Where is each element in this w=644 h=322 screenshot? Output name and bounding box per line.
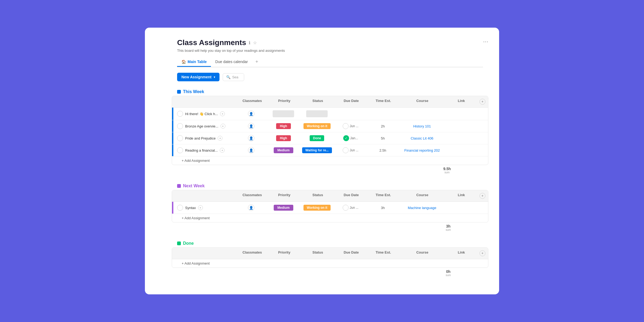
table-row: Hi there! 👋 Click h... + 👤 [172, 108, 488, 120]
cell-status[interactable]: Waiting for re... [299, 145, 334, 156]
cell-link [445, 205, 477, 210]
duedate-text: Jun ... [350, 148, 358, 152]
col-timeest-header: Time Est. [367, 190, 400, 202]
title-row: Class Assignments ℹ ☆ [177, 38, 483, 47]
cell-priority[interactable]: High [267, 133, 299, 144]
course-link[interactable]: Financial reporting 202 [404, 148, 440, 152]
cell-priority[interactable] [267, 108, 299, 120]
group-done: Done Classmates Priority Status Due Date… [172, 238, 488, 278]
add-row-label: + Add Assignment [182, 261, 210, 265]
add-column-button[interactable]: + [480, 250, 485, 256]
add-column-button[interactable]: + [480, 99, 485, 105]
toolbar: New Assignment ▼ 🔍 Sea [145, 67, 499, 87]
duedate-circle[interactable] [343, 147, 349, 153]
info-icon[interactable]: ℹ [249, 40, 250, 45]
sum-label: sum [446, 274, 451, 277]
group-next-week-dot [177, 184, 181, 188]
cell-name: Bronze Age overvie... + [173, 120, 235, 132]
table-row: Pride and Prejudice + 👤 High Done ✓ Jan [172, 132, 488, 144]
duedate-check[interactable]: ✓ [343, 135, 349, 141]
col-duedate-header: Due Date [335, 248, 367, 259]
add-assignment-this-week[interactable]: + Add Assignment [172, 156, 488, 165]
group-this-week-title: This Week [183, 89, 204, 94]
column-headers-done: Classmates Priority Status Due Date Time… [172, 248, 488, 259]
cell-priority[interactable]: Medium [267, 145, 299, 156]
home-icon: 🏠 [181, 60, 186, 64]
column-headers-this-week: Classmates Priority Status Due Date Time… [172, 96, 488, 108]
avatar: 👤 [248, 111, 254, 117]
add-subitem-icon[interactable]: + [218, 136, 222, 141]
group-this-week: This Week Classmates Priority Status Due… [172, 87, 488, 175]
col-link-header: Link [445, 96, 477, 107]
sum-value-text: 0h [446, 269, 450, 274]
cell-name: Pride and Prejudice + [173, 133, 235, 144]
cell-name: Syntax + [173, 202, 235, 213]
group-this-week-header: This Week [172, 87, 488, 96]
add-column-button[interactable]: + [480, 193, 485, 199]
col-add-header[interactable]: + [477, 96, 488, 107]
sum-label: sum [445, 171, 450, 174]
app-container: ⋯ Class Assignments ℹ ☆ This board will … [145, 28, 499, 294]
tab-due-dates[interactable]: Due dates calendar [211, 57, 252, 67]
add-subitem-icon[interactable]: + [221, 124, 225, 129]
timeest-text: 3h [381, 206, 385, 210]
add-subitem-icon[interactable]: + [220, 111, 225, 116]
tab-add-button[interactable]: + [252, 57, 262, 67]
course-link[interactable]: History 101 [413, 124, 431, 128]
col-priority-header: Priority [268, 190, 301, 202]
col-timeest-header: Time Est. [367, 248, 400, 259]
add-row-label: + Add Assignment [182, 216, 210, 220]
row-status-circle[interactable] [177, 123, 183, 129]
cell-priority[interactable]: High [267, 120, 299, 132]
cell-course[interactable]: History 101 [399, 122, 445, 131]
sum-label: sum [446, 228, 451, 231]
col-status-header: Status [300, 190, 335, 202]
cell-status[interactable]: Done [299, 133, 334, 144]
cell-status[interactable]: Working on it [299, 120, 334, 132]
add-subitem-icon[interactable]: + [220, 148, 225, 153]
cell-course[interactable]: Classic Lit 406 [399, 134, 445, 143]
cell-status[interactable] [299, 108, 334, 120]
sum-value-text: 9.5h [443, 167, 451, 171]
duedate-circle[interactable] [343, 205, 349, 211]
add-subitem-icon[interactable]: + [198, 205, 203, 210]
col-name-header [172, 190, 236, 202]
row-status-circle[interactable] [177, 205, 183, 211]
timeest-text: 5h [381, 136, 385, 140]
cell-link [445, 136, 477, 141]
duedate-circle[interactable] [343, 123, 349, 129]
col-course-header: Course [399, 96, 445, 107]
more-options-icon[interactable]: ⋯ [483, 38, 488, 45]
cell-course[interactable]: Financial reporting 202 [399, 146, 445, 155]
cell-classmates: 👤 [235, 144, 267, 156]
course-link[interactable]: Classic Lit 406 [411, 136, 434, 140]
group-this-week-table: Classmates Priority Status Due Date Time… [172, 96, 488, 165]
tab-main-table[interactable]: 🏠 Main Table [177, 57, 211, 67]
col-add-header[interactable]: + [477, 248, 488, 259]
add-assignment-next-week[interactable]: + Add Assignment [172, 214, 488, 222]
row-status-circle[interactable] [177, 111, 183, 117]
duedate-text: Jun ... [350, 124, 358, 128]
add-assignment-done[interactable]: + Add Assignment [172, 259, 488, 268]
status-badge: Working on it [303, 205, 330, 211]
col-course-header: Course [399, 248, 445, 259]
col-add-header[interactable]: + [477, 190, 488, 202]
cell-status[interactable]: Working on it [299, 202, 334, 213]
cell-priority[interactable]: Medium [267, 202, 299, 213]
sum-done: 0h sum [446, 269, 451, 277]
group-next-week: Next Week Classmates Priority Status Due… [172, 181, 488, 233]
avatar: 👤 [248, 204, 254, 211]
cell-name: Reading a financial... + [173, 145, 235, 156]
row-status-circle[interactable] [177, 147, 183, 153]
board-description: This board will help you stay on top of … [177, 49, 483, 53]
row-status-circle[interactable] [177, 135, 183, 141]
new-assignment-button[interactable]: New Assignment ▼ [177, 73, 219, 81]
cell-duedate: Jun ... [334, 145, 367, 156]
cell-add [477, 111, 488, 116]
col-duedate-header: Due Date [335, 96, 367, 107]
star-icon[interactable]: ☆ [253, 40, 257, 45]
search-box[interactable]: 🔍 Sea [223, 73, 244, 81]
add-row-label: + Add Assignment [182, 159, 210, 163]
cell-course[interactable]: Machine language [399, 203, 445, 213]
course-link[interactable]: Machine language [408, 206, 436, 210]
